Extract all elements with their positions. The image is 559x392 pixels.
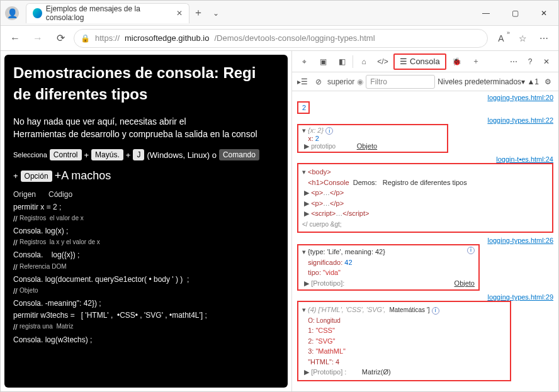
panel-icon[interactable]: ◧ bbox=[334, 53, 350, 70]
eye-icon[interactable]: ◉ bbox=[357, 77, 363, 86]
code-lines: permitir x = 2 ;// Registros el valor de… bbox=[13, 201, 279, 346]
th-source: Origen bbox=[13, 189, 36, 201]
url-host: microsoftedge.github.io bbox=[125, 33, 209, 43]
titlebar: 👤 Ejemplos de mensajes de la consola:log… bbox=[1, 1, 558, 26]
log-row-4[interactable]: ▾ {type: 'Life', meaning: 42} i signific… bbox=[297, 244, 480, 291]
page-heading-line2: de diferentes tipos bbox=[13, 86, 147, 103]
source-link[interactable]: loggin-t•es.html:24 bbox=[496, 155, 553, 163]
devtools-close-button[interactable]: ✕ bbox=[538, 53, 555, 70]
profile-button[interactable]: 👤 bbox=[1, 6, 23, 20]
browser-tab[interactable]: Ejemplos de mensajes de la consola:log ✕ bbox=[26, 3, 189, 23]
console-output: logging-types.html:20 2 logging-types.ht… bbox=[292, 91, 558, 391]
filter-input[interactable]: Filtro bbox=[366, 75, 435, 89]
more-button[interactable]: ⋯ bbox=[534, 29, 553, 48]
source-link[interactable]: logging-types.html:20 bbox=[487, 94, 553, 101]
tab-actions-chevron[interactable]: ⌄ bbox=[207, 9, 225, 18]
read-aloud-button[interactable]: A» bbox=[492, 29, 511, 48]
welcome-tab[interactable]: ⌂ bbox=[356, 53, 372, 70]
devtools-pane: ⌖ ▣ ◧ ⌂ </> ☰ Consola 🐞 ＋ ⋯ ? ✕ ▸☰ bbox=[291, 51, 558, 391]
elements-tab[interactable]: </> bbox=[375, 53, 391, 70]
window-controls: — ▢ ✕ bbox=[471, 1, 558, 26]
refresh-button[interactable]: ⟳ bbox=[51, 29, 70, 48]
info-icon[interactable]: i bbox=[467, 247, 475, 254]
log-row-1: 2 bbox=[297, 101, 310, 114]
log-row-5[interactable]: ▾ (4) ['HTML', 'CSS', 'SVG', Matemáticas… bbox=[297, 301, 511, 381]
kbd-control: Control bbox=[50, 149, 82, 160]
maximize-button[interactable]: ▢ bbox=[500, 1, 529, 26]
main-split: Demostraciones de consola: Regi de difer… bbox=[1, 51, 558, 391]
addressbar-right-icons: A» ☆ ⋯ bbox=[492, 29, 553, 48]
kbd-command: Comando bbox=[219, 149, 259, 160]
console-settings-icon[interactable]: ⚙ bbox=[541, 74, 555, 90]
th-code: Código bbox=[48, 189, 72, 201]
device-toolbar-icon[interactable]: ▣ bbox=[315, 53, 331, 70]
back-button[interactable]: ← bbox=[6, 29, 25, 48]
info-icon[interactable]: i bbox=[325, 127, 333, 135]
devtools-more-button[interactable]: ⋯ bbox=[505, 53, 522, 70]
edge-icon bbox=[33, 8, 42, 18]
app-window: 👤 Ejemplos de mensajes de la consola:log… bbox=[0, 0, 559, 392]
lock-icon: 🔒 bbox=[81, 34, 90, 43]
source-link[interactable]: logging-types.html:29 bbox=[487, 293, 553, 301]
console-tab-icon: ☰ bbox=[400, 57, 407, 66]
user-icon: 👤 bbox=[5, 6, 19, 20]
inspect-icon[interactable]: ⌖ bbox=[296, 53, 312, 70]
kbd-line-1: Selecciona Control + Mayús. + J (Windows… bbox=[13, 149, 279, 160]
info-icon[interactable]: i bbox=[432, 307, 439, 315]
add-tab-button[interactable]: ＋ bbox=[468, 53, 484, 70]
page-heading-line1: Demostraciones de consola: Regi bbox=[13, 64, 256, 81]
url-path: /Demos/devtools-console/logging-types.ht… bbox=[214, 33, 375, 43]
bug-icon[interactable]: 🐞 bbox=[449, 53, 465, 70]
addressbar: ← → ⟳ 🔒 https://microsoftedge.github.io/… bbox=[1, 26, 558, 51]
close-window-button[interactable]: ✕ bbox=[529, 1, 558, 26]
new-tab-button[interactable]: ＋ bbox=[189, 6, 207, 20]
console-tab[interactable]: ☰ Consola bbox=[393, 53, 446, 70]
page-heading: Demostraciones de consola: Regi de difer… bbox=[13, 62, 279, 104]
clear-console-button[interactable]: ⊘ bbox=[312, 74, 325, 90]
url-input[interactable]: 🔒 https://microsoftedge.github.io/Demos/… bbox=[74, 29, 488, 48]
close-tab-icon[interactable]: ✕ bbox=[176, 9, 183, 18]
minimize-button[interactable]: — bbox=[471, 1, 500, 26]
log-row-2[interactable]: ▾ {x: 2} i x: 2 ▶ prototipo Objeto bbox=[297, 124, 448, 153]
source-link[interactable]: logging-types.html:26 bbox=[487, 237, 553, 244]
kbd-J: J bbox=[133, 149, 144, 160]
source-link[interactable]: logging-types.html:22 bbox=[487, 116, 553, 124]
code-table: Origen Código permitir x = 2 ;// Registr… bbox=[13, 189, 279, 345]
devtools-help-button[interactable]: ? bbox=[522, 53, 538, 70]
context-selector[interactable]: superior bbox=[327, 77, 354, 86]
kbd-option: Opción bbox=[21, 171, 52, 182]
tab-title: Ejemplos de mensajes de la consola:log bbox=[46, 4, 170, 22]
kbd-line-2: + Opción +A machos bbox=[13, 169, 279, 182]
devtools-tabs: ⌖ ▣ ◧ ⌂ </> ☰ Consola 🐞 ＋ ⋯ ? ✕ bbox=[292, 51, 558, 72]
url-protocol: https:// bbox=[95, 33, 120, 43]
page-viewport: Demostraciones de consola: Regi de difer… bbox=[4, 55, 288, 388]
log-row-3[interactable]: ▾ <body> <h1>Console Demos: Registro de … bbox=[297, 163, 553, 233]
expand-icon[interactable]: ▾ bbox=[302, 126, 306, 134]
kbd-shift: Mayús. bbox=[91, 149, 123, 160]
forward-button[interactable]: → bbox=[28, 29, 47, 48]
log-levels[interactable]: Niveles predeterminados▾ ▲1 bbox=[438, 77, 539, 86]
console-toolbar: ▸☰ ⊘ superior ◉ Filtro Niveles predeterm… bbox=[292, 72, 558, 91]
console-tab-label: Consola bbox=[410, 57, 440, 66]
favorites-button[interactable]: ☆ bbox=[513, 29, 532, 48]
console-sidebar-toggle[interactable]: ▸☰ bbox=[296, 74, 309, 90]
page-intro: No hay nada que ver aquí, necesitas abri… bbox=[13, 116, 279, 140]
